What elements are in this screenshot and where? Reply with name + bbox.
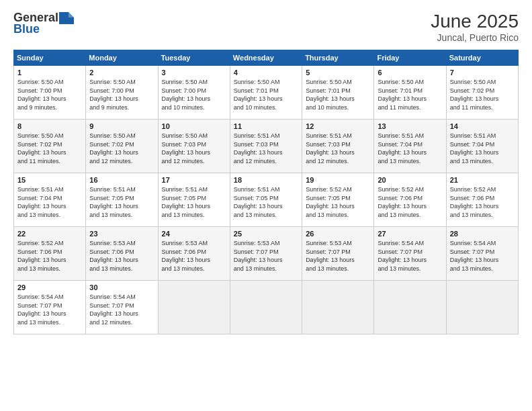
calendar-cell: 24Sunrise: 5:53 AMSunset: 7:06 PMDayligh… [158,227,230,281]
day-number: 21 [450,176,515,184]
day-number: 23 [89,230,154,238]
logo-blue: Blue [13,22,40,36]
day-info: Sunrise: 5:50 AMSunset: 7:01 PMDaylight:… [234,78,298,111]
calendar-cell: 28Sunrise: 5:54 AMSunset: 7:07 PMDayligh… [446,227,518,281]
day-number: 4 [234,68,298,77]
day-number: 25 [234,230,298,238]
calendar-cell: 2Sunrise: 5:50 AMSunset: 7:00 PMDaylight… [86,66,158,120]
calendar-cell: 21Sunrise: 5:52 AMSunset: 7:06 PMDayligh… [446,173,518,227]
calendar-cell: 25Sunrise: 5:53 AMSunset: 7:07 PMDayligh… [230,227,302,281]
calendar-cell: 29Sunrise: 5:54 AMSunset: 7:07 PMDayligh… [14,281,86,334]
day-number: 30 [89,283,154,291]
calendar-cell: 11Sunrise: 5:51 AMSunset: 7:03 PMDayligh… [230,120,302,173]
day-info: Sunrise: 5:51 AMSunset: 7:05 PMDaylight:… [162,185,226,219]
day-info: Sunrise: 5:54 AMSunset: 7:07 PMDaylight:… [89,293,154,326]
calendar-cell: 18Sunrise: 5:51 AMSunset: 7:05 PMDayligh… [230,173,302,227]
day-number: 27 [378,230,442,238]
calendar-cell [374,281,446,334]
day-info: Sunrise: 5:51 AMSunset: 7:03 PMDaylight:… [234,132,298,165]
day-info: Sunrise: 5:51 AMSunset: 7:05 PMDaylight:… [234,185,298,219]
title-block: June 2025 Juncal, Puerto Rico [431,11,519,43]
calendar-cell [446,281,518,334]
day-info: Sunrise: 5:51 AMSunset: 7:04 PMDaylight:… [450,132,515,165]
day-number: 3 [162,68,226,77]
day-number: 11 [234,122,298,130]
calendar-cell: 6Sunrise: 5:50 AMSunset: 7:01 PMDaylight… [374,66,446,120]
col-saturday: Saturday [446,50,518,66]
svg-marker-0 [59,12,74,24]
calendar-cell [230,281,302,334]
calendar-cell: 7Sunrise: 5:50 AMSunset: 7:02 PMDaylight… [446,66,518,120]
logo-icon [59,12,74,24]
calendar-cell: 15Sunrise: 5:51 AMSunset: 7:04 PMDayligh… [14,173,86,227]
day-info: Sunrise: 5:50 AMSunset: 7:01 PMDaylight:… [306,78,370,111]
day-info: Sunrise: 5:51 AMSunset: 7:04 PMDaylight:… [378,132,442,165]
calendar-week-2: 8Sunrise: 5:50 AMSunset: 7:02 PMDaylight… [14,120,519,173]
col-thursday: Thursday [302,50,374,66]
calendar-week-1: 1Sunrise: 5:50 AMSunset: 7:00 PMDaylight… [14,66,519,120]
calendar-cell: 26Sunrise: 5:53 AMSunset: 7:07 PMDayligh… [302,227,374,281]
calendar-cell: 13Sunrise: 5:51 AMSunset: 7:04 PMDayligh… [374,120,446,173]
day-info: Sunrise: 5:50 AMSunset: 7:00 PMDaylight:… [17,78,82,111]
calendar: Sunday Monday Tuesday Wednesday Thursday… [13,50,519,334]
day-info: Sunrise: 5:50 AMSunset: 7:02 PMDaylight:… [89,132,154,165]
day-info: Sunrise: 5:54 AMSunset: 7:07 PMDaylight:… [450,239,515,273]
day-info: Sunrise: 5:50 AMSunset: 7:02 PMDaylight:… [450,78,515,111]
day-number: 19 [306,176,370,184]
col-monday: Monday [86,50,158,66]
day-info: Sunrise: 5:50 AMSunset: 7:03 PMDaylight:… [162,132,226,165]
day-info: Sunrise: 5:53 AMSunset: 7:06 PMDaylight:… [162,239,226,273]
col-friday: Friday [374,50,446,66]
day-number: 16 [89,176,154,184]
page: General Blue June 2025 Juncal, Puerto Ri… [0,0,532,411]
calendar-cell: 5Sunrise: 5:50 AMSunset: 7:01 PMDaylight… [302,66,374,120]
day-info: Sunrise: 5:53 AMSunset: 7:07 PMDaylight:… [306,239,370,273]
day-number: 24 [162,230,226,238]
day-number: 28 [450,230,515,238]
calendar-cell: 10Sunrise: 5:50 AMSunset: 7:03 PMDayligh… [158,120,230,173]
day-number: 10 [162,122,226,130]
day-number: 22 [17,230,82,238]
location: Juncal, Puerto Rico [431,32,519,43]
calendar-cell: 9Sunrise: 5:50 AMSunset: 7:02 PMDaylight… [86,120,158,173]
day-info: Sunrise: 5:52 AMSunset: 7:05 PMDaylight:… [306,185,370,219]
day-number: 12 [306,122,370,130]
calendar-cell: 23Sunrise: 5:53 AMSunset: 7:06 PMDayligh… [86,227,158,281]
logo: General Blue [13,11,75,36]
calendar-cell: 30Sunrise: 5:54 AMSunset: 7:07 PMDayligh… [86,281,158,334]
col-sunday: Sunday [14,50,86,66]
calendar-cell: 19Sunrise: 5:52 AMSunset: 7:05 PMDayligh… [302,173,374,227]
calendar-cell: 27Sunrise: 5:54 AMSunset: 7:07 PMDayligh… [374,227,446,281]
calendar-cell: 8Sunrise: 5:50 AMSunset: 7:02 PMDaylight… [14,120,86,173]
day-number: 1 [17,68,82,77]
day-info: Sunrise: 5:54 AMSunset: 7:07 PMDaylight:… [378,239,442,273]
day-info: Sunrise: 5:52 AMSunset: 7:06 PMDaylight:… [378,185,442,219]
calendar-week-5: 29Sunrise: 5:54 AMSunset: 7:07 PMDayligh… [14,281,519,334]
calendar-week-3: 15Sunrise: 5:51 AMSunset: 7:04 PMDayligh… [14,173,519,227]
day-info: Sunrise: 5:50 AMSunset: 7:02 PMDaylight:… [17,132,82,165]
day-info: Sunrise: 5:52 AMSunset: 7:06 PMDaylight:… [450,185,515,219]
day-number: 2 [89,68,154,77]
day-info: Sunrise: 5:50 AMSunset: 7:01 PMDaylight:… [378,78,442,111]
day-number: 9 [89,122,154,130]
day-info: Sunrise: 5:50 AMSunset: 7:00 PMDaylight:… [89,78,154,111]
day-number: 15 [17,176,82,184]
calendar-cell: 20Sunrise: 5:52 AMSunset: 7:06 PMDayligh… [374,173,446,227]
calendar-cell [158,281,230,334]
day-info: Sunrise: 5:53 AMSunset: 7:07 PMDaylight:… [234,239,298,273]
calendar-cell: 12Sunrise: 5:51 AMSunset: 7:03 PMDayligh… [302,120,374,173]
month-year: June 2025 [431,11,519,32]
day-number: 29 [17,283,82,291]
day-info: Sunrise: 5:51 AMSunset: 7:04 PMDaylight:… [17,185,82,219]
day-number: 14 [450,122,515,130]
day-number: 26 [306,230,370,238]
col-tuesday: Tuesday [158,50,230,66]
calendar-cell: 3Sunrise: 5:50 AMSunset: 7:00 PMDaylight… [158,66,230,120]
day-info: Sunrise: 5:51 AMSunset: 7:03 PMDaylight:… [306,132,370,165]
calendar-cell: 14Sunrise: 5:51 AMSunset: 7:04 PMDayligh… [446,120,518,173]
day-info: Sunrise: 5:51 AMSunset: 7:05 PMDaylight:… [89,185,154,219]
day-number: 17 [162,176,226,184]
day-number: 18 [234,176,298,184]
calendar-cell: 17Sunrise: 5:51 AMSunset: 7:05 PMDayligh… [158,173,230,227]
calendar-header-row: Sunday Monday Tuesday Wednesday Thursday… [14,50,519,66]
